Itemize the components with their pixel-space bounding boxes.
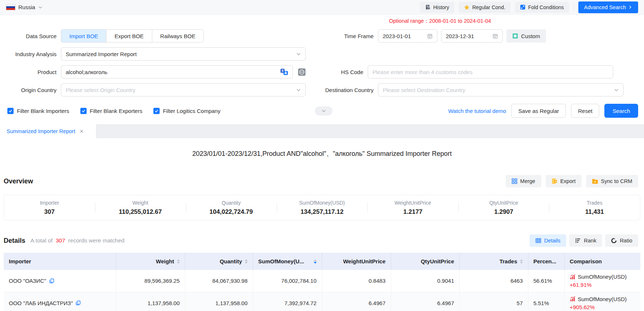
copy-icon[interactable] (49, 278, 54, 283)
export-button[interactable]: Export (546, 175, 582, 187)
importer-name-link[interactable]: ООО "ЛАБ ИНДАСТРИЗ" (9, 300, 73, 306)
close-icon[interactable]: × (80, 128, 84, 135)
advanced-search-button[interactable]: Advanced Search (578, 1, 638, 13)
stat-weight-unit-price: WeightUnitPrice 1.2177 (367, 200, 458, 216)
reset-button[interactable]: Reset (571, 104, 599, 118)
sort-icon[interactable] (177, 259, 180, 264)
translate-icon[interactable]: A (280, 69, 288, 75)
date-from-value: 2023-01-01 (383, 33, 411, 39)
search-form: Optional range：2008-01-01 to 2024-01-04 … (0, 15, 644, 118)
filter-blank-exporters-checkbox[interactable]: Filter Blank Exporters (80, 108, 142, 114)
history-button[interactable]: History (420, 2, 454, 13)
stat-value: 134,257,117.12 (277, 208, 368, 216)
cell-weight: 1,137,958.00 (116, 292, 185, 311)
origin-country-select[interactable]: Please select Origin Country (61, 83, 306, 96)
hs-code-input-field[interactable] (372, 69, 608, 75)
custom-range-button[interactable]: Custom (506, 29, 546, 43)
view-ratio-button[interactable]: Ratio (605, 234, 638, 247)
stat-label: QtyUnitPrice (458, 200, 549, 206)
exclude-icon[interactable] (298, 68, 306, 76)
checkbox-label: Filter Logitics Company (163, 108, 221, 114)
stat-value: 307 (4, 208, 95, 216)
trend-chart-icon (570, 274, 576, 280)
stat-label: Quantity (186, 200, 277, 206)
importer-name-link[interactable]: ООО "ОАЗИС" (9, 278, 46, 284)
product-input-field[interactable] (66, 69, 280, 75)
stat-label: Trades (549, 200, 640, 206)
view-rank-button[interactable]: Rank (569, 234, 602, 247)
optional-range-hint: Optional range：2008-01-01 to 2024-01-04 (389, 18, 491, 25)
hs-code-input[interactable] (368, 65, 613, 78)
save-as-regular-button[interactable]: Save as Regular (511, 104, 566, 118)
stat-label: WeightUnitPrice (367, 200, 458, 206)
tab-export-boe[interactable]: Export BOE (106, 30, 152, 42)
cell-weight-unit-price: 0.8483 (322, 270, 391, 292)
stat-label: Importer (4, 200, 95, 206)
tab-summarized-importer-report[interactable]: Summarized Importer Report × (0, 124, 97, 138)
merge-button[interactable]: Merge (506, 175, 541, 187)
date-from-input[interactable]: 2023-01-01 (378, 29, 437, 43)
collapse-conditions-button[interactable] (315, 106, 332, 116)
cell-comparison[interactable]: SumOfMoney(USD) +61.91% (564, 270, 640, 292)
stat-value: 1.2177 (367, 208, 458, 216)
history-label: History (433, 4, 449, 10)
regular-cond-button[interactable]: Regular Cond. (459, 2, 510, 13)
country-selector[interactable]: Russia (6, 4, 43, 10)
table-icon (535, 238, 541, 244)
data-source-tabs: Import BOE Export BOE Railways BOE (61, 29, 204, 43)
filter-logitics-company-checkbox[interactable]: Filter Logitics Company (153, 108, 221, 114)
copy-icon[interactable] (76, 300, 81, 305)
checkbox-checked-icon (7, 108, 14, 114)
tab-railways-boe[interactable]: Railways BOE (152, 30, 204, 42)
tutorial-demo-link[interactable]: Watch the tutorial demo (448, 108, 506, 114)
sync-to-crm-button[interactable]: Sync to CRM (586, 175, 638, 187)
cell-comparison[interactable]: SumOfMoney(USD) +905.62% (564, 292, 640, 311)
fold-conditions-button[interactable]: Fold Conditions (515, 2, 569, 13)
sort-icon[interactable] (245, 259, 248, 264)
search-button[interactable]: Search (604, 104, 638, 118)
country-name: Russia (18, 4, 35, 10)
stat-qty-unit-price: QtyUnitPrice 1.2907 (458, 200, 549, 216)
stat-quantity: Quantity 104,022,724.79 (186, 200, 277, 216)
stat-label: Weight (95, 200, 186, 206)
col-weight[interactable]: Weight (116, 253, 185, 270)
overview-heading: Overview (4, 178, 33, 185)
divider (574, 3, 574, 11)
calendar-icon (427, 33, 433, 39)
rank-icon (575, 238, 581, 244)
stat-sum-of-money: SumOfMoney(USD) 134,257,117.12 (277, 200, 368, 216)
stat-value: 104,022,724.79 (186, 208, 277, 216)
view-details-label: Details (544, 238, 560, 244)
date-to-input[interactable]: 2023-12-31 (441, 29, 503, 43)
total-count: 307 (54, 237, 67, 244)
export-label: Export (560, 178, 576, 184)
stat-value: 11,431 (549, 208, 640, 216)
origin-country-label: Origin Country (0, 87, 61, 93)
sort-icon[interactable] (520, 259, 523, 264)
svg-text:A: A (284, 71, 287, 75)
sort-icon-active-desc[interactable] (314, 259, 317, 264)
filter-blank-importers-checkbox[interactable]: Filter Blank Importers (7, 108, 69, 114)
result-tab-bar: Summarized Importer Report × (0, 124, 644, 138)
industry-analysis-select[interactable]: Summarized Importer Report (61, 47, 306, 61)
destination-country-select[interactable]: Please select Destination Country (378, 83, 623, 96)
tab-import-boe[interactable]: Import BOE (61, 30, 106, 42)
cell-sum-of-money: 7,392,974.72 (253, 292, 322, 311)
col-trades[interactable]: Trades (459, 253, 528, 270)
ratio-icon (611, 238, 617, 244)
col-quantity[interactable]: Quantity (185, 253, 253, 270)
cell-weight: 89,596,369.25 (116, 270, 185, 292)
stat-importer: Importer 307 (4, 200, 95, 216)
stat-label: SumOfMoney(USD) (277, 200, 368, 206)
cell-percent: 56.61% (528, 270, 564, 292)
view-rank-label: Rank (584, 238, 596, 244)
view-details-button[interactable]: Details (530, 234, 566, 247)
data-source-label: Data Source (0, 33, 61, 39)
col-sum-of-money[interactable]: SumOfMoney(U... (253, 253, 322, 270)
sync-folder-icon (592, 179, 598, 184)
product-input[interactable]: A (61, 65, 293, 78)
col-qty-unit-price: QtyUnitPrice (391, 253, 459, 270)
cell-quantity: 84,067,930.98 (185, 270, 253, 292)
trend-chart-icon (570, 296, 576, 302)
cell-qty-unit-price: 6.4967 (391, 292, 459, 311)
